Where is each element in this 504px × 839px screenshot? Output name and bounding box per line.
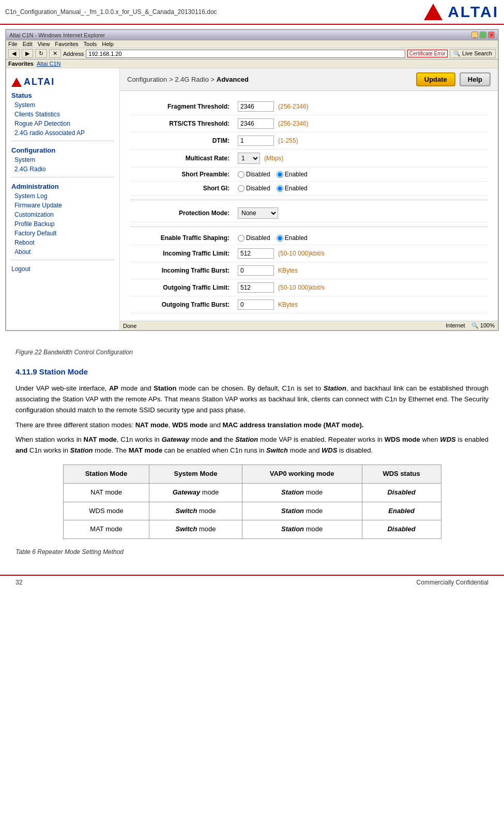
select-multicast-rate[interactable]: 1 2 5.5 11	[238, 153, 260, 164]
sidebar: ALTAI Status System Clients Statistics R…	[6, 68, 120, 330]
menu-view[interactable]: View	[38, 41, 50, 47]
maximize-button[interactable]: □	[480, 32, 486, 38]
browser-window: Altai C1N - Windows Internet Explorer _ …	[5, 29, 499, 331]
footer-right-text: Commercially Confidential	[417, 579, 488, 586]
row-outgoing-burst: Outgoing Traffic Burst: KBytes	[130, 296, 487, 313]
input-outgoing-burst[interactable]	[238, 299, 274, 310]
hint-fragment-threshold: (256-2346)	[278, 103, 309, 110]
input-rts-threshold[interactable]	[238, 118, 274, 129]
menu-edit[interactable]: Edit	[23, 41, 33, 47]
cell-incoming-limit: (50-10 000)kbit/s	[234, 245, 487, 262]
sidebar-item-system-config[interactable]: System	[6, 155, 119, 164]
station-table-row-wds: WDS mode Switch mode Station mode Enable…	[63, 502, 441, 520]
radio-traffic-enabled-input[interactable]	[277, 235, 283, 242]
radio-preamble-disabled-input[interactable]	[238, 171, 245, 178]
breadcrumb-radio[interactable]: 2.4G Radio	[175, 76, 209, 83]
form-area: Fragment Threshold: (256-2346) RTS/CTS T…	[120, 91, 498, 321]
label-multicast-rate: Multicast Rate:	[130, 149, 234, 168]
menu-tools[interactable]: Tools	[84, 41, 97, 47]
row-incoming-burst: Incoming Traffic Burst: KBytes	[130, 262, 487, 279]
breadcrumb-config[interactable]: Configuration	[127, 76, 167, 83]
radio-preamble-enabled[interactable]: Enabled	[277, 171, 308, 178]
browser-controls: _ □ ✕	[471, 32, 495, 38]
sidebar-item-rogue-ap[interactable]: Rogue AP Detection	[6, 119, 119, 128]
sidebar-divider-3	[11, 260, 114, 260]
top-bar: Configuration > 2.4G Radio > Advanced Up…	[120, 68, 498, 91]
radio-traffic-disabled[interactable]: Disabled	[238, 234, 270, 242]
cell-fragment-threshold: (256-2346)	[234, 98, 487, 115]
label-protection-mode: Protection Mode:	[130, 204, 234, 222]
footer-page-number: 32	[16, 579, 22, 586]
sidebar-logout[interactable]: Logout	[6, 263, 119, 275]
sidebar-divider-1	[11, 141, 114, 141]
traffic-form-table: Enable Traffic Shaping: Disabled Enabled	[130, 231, 487, 313]
radio-gi-enabled-input[interactable]	[277, 185, 283, 192]
sidebar-item-profile-backup[interactable]: Profile Backup	[6, 219, 119, 229]
back-button[interactable]: ◀	[8, 49, 20, 58]
address-label: Address	[63, 51, 84, 57]
sidebar-admin-title: Administration	[6, 181, 119, 191]
sidebar-item-system-status[interactable]: System	[6, 100, 119, 110]
sidebar-item-about[interactable]: About	[6, 247, 119, 257]
minimize-button[interactable]: _	[471, 32, 478, 38]
stop-button[interactable]: ✕	[49, 49, 61, 58]
radio-preamble-enabled-input[interactable]	[277, 171, 283, 178]
address-bar: Address Certificate Error	[63, 50, 448, 58]
station-table-cell-nat-system: Gateway mode	[149, 483, 242, 502]
section-411-heading: 4.11.9 Station Mode	[16, 366, 488, 378]
radio-gi-disabled[interactable]: Disabled	[238, 185, 270, 192]
section-divider-2	[130, 227, 487, 227]
sidebar-item-factory-default[interactable]: Factory Default	[6, 229, 119, 238]
update-button[interactable]: Update	[416, 72, 455, 86]
sidebar-config-title: Configuration	[6, 144, 119, 155]
label-incoming-limit: Incoming Traffic Limit:	[130, 245, 234, 262]
station-table-row-nat: NAT mode Gateway mode Station mode Disab…	[63, 483, 441, 502]
breadcrumb-sep-1: >	[169, 76, 175, 83]
sidebar-item-associated-ap[interactable]: 2.4G radio Associated AP	[6, 128, 119, 138]
breadcrumb: Configuration > 2.4G Radio > Advanced	[127, 76, 249, 83]
figure-caption: Figure 22 Bandwidth Control Configuratio…	[16, 348, 488, 357]
radio-preamble-disabled[interactable]: Disabled	[238, 171, 270, 178]
search-button[interactable]: 🔍 Live Search	[450, 49, 496, 58]
menu-favorites[interactable]: Favorites	[55, 41, 78, 47]
sidebar-item-reboot[interactable]: Reboot	[6, 238, 119, 247]
sidebar-item-firmware-update[interactable]: Firmware Update	[6, 201, 119, 210]
radio-traffic-disabled-input[interactable]	[238, 235, 245, 242]
sidebar-item-clients-statistics[interactable]: Clients Statistics	[6, 110, 119, 119]
cell-outgoing-burst: KBytes	[234, 296, 487, 313]
sidebar-item-customization[interactable]: Customization	[6, 210, 119, 219]
row-incoming-limit: Incoming Traffic Limit: (50-10 000)kbit/…	[130, 245, 487, 262]
favorites-label: Favorites	[8, 61, 34, 67]
forward-button[interactable]: ▶	[22, 49, 33, 58]
row-fragment-threshold: Fragment Threshold: (256-2346)	[130, 98, 487, 115]
input-incoming-burst[interactable]	[238, 265, 274, 276]
close-button[interactable]: ✕	[488, 32, 495, 38]
browser-menu-bar: File Edit View Favorites Tools Help	[6, 40, 498, 48]
table-caption: Table 6 Repeater Mode Setting Method	[16, 547, 488, 557]
input-outgoing-limit[interactable]	[238, 282, 274, 293]
favorites-item[interactable]: Altai C1N	[37, 61, 60, 67]
figure-caption-text: Bandwidth Control Configuration	[42, 349, 133, 356]
section-411-link[interactable]: 4.11.9 Station Mode	[16, 367, 88, 376]
station-table-cell-wds-wds: Enabled	[362, 502, 441, 520]
row-traffic-shaping: Enable Traffic Shaping: Disabled Enabled	[130, 231, 487, 245]
help-button[interactable]: Help	[460, 72, 491, 86]
menu-file[interactable]: File	[8, 41, 18, 47]
input-fragment-threshold[interactable]	[238, 101, 274, 112]
refresh-button[interactable]: ↻	[35, 49, 47, 58]
cell-traffic-shaping: Disabled Enabled	[234, 231, 487, 245]
input-incoming-limit[interactable]	[238, 248, 274, 259]
top-bar-buttons: Update Help	[416, 72, 491, 86]
select-protection-mode[interactable]: None CTS-only RTS-CTS	[238, 207, 278, 219]
sidebar-item-2g-radio[interactable]: 2.4G Radio	[6, 164, 119, 174]
cell-multicast-rate: 1 2 5.5 11 (Mbps)	[234, 149, 487, 168]
address-input[interactable]	[86, 50, 405, 58]
input-dtim[interactable]	[238, 136, 274, 146]
label-dtim: DTIM:	[130, 132, 234, 149]
radio-traffic-enabled[interactable]: Enabled	[277, 234, 308, 242]
radio-gi-disabled-input[interactable]	[238, 185, 245, 192]
doc-header: C1n_Configuration_Manual_-_fm_1.0.0.x_fo…	[0, 0, 504, 25]
sidebar-item-system-log[interactable]: System Log	[6, 191, 119, 201]
radio-gi-enabled[interactable]: Enabled	[277, 185, 308, 192]
menu-help[interactable]: Help	[102, 41, 114, 47]
